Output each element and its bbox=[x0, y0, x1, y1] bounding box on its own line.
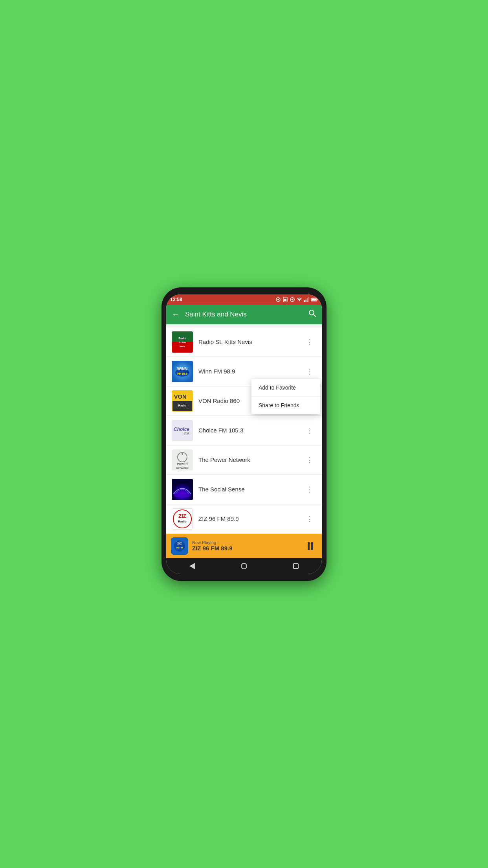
svg-rect-9 bbox=[307, 298, 308, 302]
more-options-1[interactable]: ⋮ bbox=[303, 337, 316, 347]
svg-text:Nevis: Nevis bbox=[180, 345, 185, 348]
svg-point-1 bbox=[277, 299, 279, 300]
list-item[interactable]: ZIZ Radio ZIZ 96 FM 89.9 ⋮ bbox=[166, 504, 322, 533]
svg-point-5 bbox=[292, 299, 293, 300]
radio-status-icon bbox=[275, 297, 281, 302]
now-playing-station: ZIZ 96 FM 89.9 bbox=[192, 545, 304, 552]
recents-nav-button[interactable] bbox=[290, 560, 302, 572]
back-nav-icon bbox=[189, 563, 195, 569]
now-playing-label: Now Playing : bbox=[192, 540, 304, 545]
status-time: 12:58 bbox=[170, 297, 182, 302]
station-name-2: Winn FM 98.9 bbox=[198, 368, 303, 375]
add-to-favorite-item[interactable]: Add to Favorite bbox=[251, 379, 320, 397]
wifi-status-icon bbox=[297, 297, 302, 302]
list-item[interactable]: The Social Sense ⋮ bbox=[166, 475, 322, 504]
more-options-4[interactable]: ⋮ bbox=[303, 425, 316, 436]
svg-text:Radio: Radio bbox=[178, 519, 187, 523]
station-logo-5: POWER NETWORK bbox=[172, 449, 193, 471]
svg-point-14 bbox=[309, 310, 314, 315]
svg-text:POWER: POWER bbox=[177, 463, 187, 465]
battery-status-icon bbox=[311, 297, 318, 302]
svg-text:St. Kitts: St. Kitts bbox=[179, 341, 186, 344]
more-options-2[interactable]: ⋮ bbox=[303, 366, 316, 377]
svg-rect-3 bbox=[284, 299, 286, 301]
svg-text:FM: FM bbox=[184, 432, 189, 436]
svg-text:ZIZ: ZIZ bbox=[177, 542, 182, 545]
station-name-4: Choice FM 105.3 bbox=[198, 427, 303, 434]
phone-frame: 12:58 bbox=[161, 287, 327, 581]
svg-rect-10 bbox=[308, 297, 310, 302]
now-playing-logo: ZIZ 96 FM bbox=[171, 537, 188, 555]
search-button[interactable] bbox=[308, 309, 316, 319]
station-name-7: ZIZ 96 FM 89.9 bbox=[198, 515, 303, 522]
svg-text:WINN: WINN bbox=[177, 367, 188, 371]
svg-rect-13 bbox=[317, 299, 318, 300]
app-bar: ← Saint Kitts and Nevis bbox=[166, 305, 322, 324]
svg-text:ZIZ: ZIZ bbox=[178, 513, 186, 519]
radio2-status-icon bbox=[290, 297, 295, 302]
svg-text:NETWORK: NETWORK bbox=[176, 467, 189, 469]
list-item[interactable]: POWER NETWORK The Power Network ⋮ bbox=[166, 445, 322, 475]
status-bar: 12:58 bbox=[166, 294, 322, 305]
phone-screen: 12:58 bbox=[166, 294, 322, 574]
page-title: Saint Kitts and Nevis bbox=[185, 311, 308, 318]
station-name-1: Radio St. Kitts Nevis bbox=[198, 338, 303, 345]
station-name-5: The Power Network bbox=[198, 456, 303, 463]
station-list: Radio St. Kitts Nevis Radio St. Kitts Ne… bbox=[166, 327, 322, 533]
svg-text:Radio: Radio bbox=[178, 337, 186, 340]
more-options-5[interactable]: ⋮ bbox=[303, 455, 316, 465]
station-logo-1: Radio St. Kitts Nevis bbox=[172, 331, 193, 353]
share-to-friends-item[interactable]: Share to Friends bbox=[251, 397, 320, 414]
nav-bar bbox=[166, 558, 322, 574]
svg-rect-7 bbox=[304, 300, 305, 302]
station-logo-3: VON Radio bbox=[172, 390, 193, 412]
list-item[interactable]: Radio St. Kitts Nevis Radio St. Kitts Ne… bbox=[166, 327, 322, 357]
home-nav-icon bbox=[241, 563, 247, 569]
svg-text:Choice: Choice bbox=[174, 427, 189, 432]
station-name-6: The Social Sense bbox=[198, 486, 303, 493]
station-logo-2: WINN FM 98.9 bbox=[172, 361, 193, 382]
signal-status-icon bbox=[304, 297, 309, 302]
station-logo-7: ZIZ Radio bbox=[172, 508, 193, 530]
recents-nav-icon bbox=[293, 563, 299, 569]
station-logo-4: Choice FM bbox=[172, 420, 193, 441]
more-options-7[interactable]: ⋮ bbox=[303, 514, 316, 524]
svg-point-38 bbox=[174, 491, 191, 498]
back-nav-button[interactable] bbox=[186, 560, 198, 572]
svg-text:FM 98.9: FM 98.9 bbox=[177, 372, 187, 375]
svg-text:96 FM: 96 FM bbox=[176, 546, 183, 549]
svg-rect-8 bbox=[306, 300, 307, 302]
svg-line-15 bbox=[314, 314, 316, 317]
now-playing-bar: ZIZ 96 FM Now Playing : ZIZ 96 FM 89.9 bbox=[166, 534, 322, 558]
sim-status-icon bbox=[283, 297, 288, 302]
svg-text:VON: VON bbox=[174, 393, 187, 399]
list-item[interactable]: Choice FM Choice FM 105.3 ⋮ bbox=[166, 416, 322, 445]
search-icon bbox=[308, 309, 316, 317]
svg-text:Radio: Radio bbox=[178, 403, 187, 407]
context-menu: Add to Favorite Share to Friends bbox=[251, 379, 320, 414]
status-icons bbox=[275, 297, 318, 302]
svg-rect-12 bbox=[312, 298, 316, 301]
svg-marker-6 bbox=[298, 300, 301, 301]
pause-button[interactable] bbox=[304, 539, 317, 553]
now-playing-info: Now Playing : ZIZ 96 FM 89.9 bbox=[192, 540, 304, 552]
more-options-6[interactable]: ⋮ bbox=[303, 484, 316, 495]
station-logo-6 bbox=[172, 479, 193, 500]
pause-icon bbox=[308, 542, 313, 550]
content-area: Radio St. Kitts Nevis Radio St. Kitts Ne… bbox=[166, 324, 322, 534]
back-button[interactable]: ← bbox=[172, 310, 180, 319]
home-nav-button[interactable] bbox=[238, 560, 250, 572]
